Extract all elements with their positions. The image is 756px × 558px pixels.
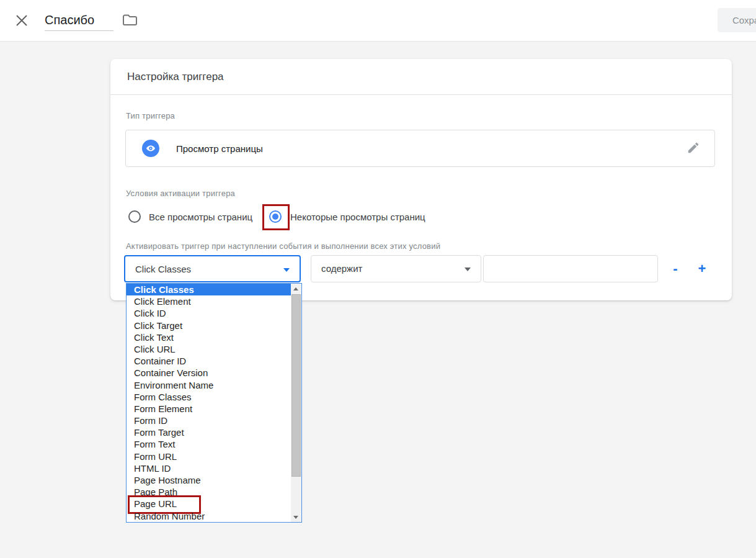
card-header: Настройка триггера [110, 59, 732, 95]
trigger-type-row[interactable]: Просмотр страницы [125, 130, 715, 167]
card-title: Настройка триггера [127, 71, 224, 83]
dropdown-option[interactable]: Environment Name [127, 379, 291, 391]
dropdown-scrollbar[interactable] [291, 284, 301, 522]
save-button[interactable]: Сохранить [718, 8, 756, 32]
dropdown-option[interactable]: Container ID [127, 355, 291, 367]
dropdown-option[interactable]: Form Element [127, 403, 291, 415]
dropdown-option[interactable]: Form URL [127, 451, 291, 462]
dropdown-option[interactable]: HTML ID [127, 462, 291, 474]
trigger-type-label: Тип триггера [126, 111, 175, 120]
add-condition-button[interactable]: + [691, 255, 713, 282]
operator-select-value: содержит [321, 263, 362, 274]
dropdown-option[interactable]: Click Classes [127, 284, 291, 295]
folder-button[interactable] [122, 13, 138, 28]
scroll-up-icon[interactable] [291, 284, 301, 294]
pageview-filter-options: Все просмотры страниц Некоторые просмотр… [110, 203, 732, 230]
dropdown-option[interactable]: Click Target [127, 320, 291, 331]
trigger-name-input[interactable]: Спасибо [45, 9, 113, 31]
chevron-down-icon [283, 268, 290, 272]
variable-select-value: Click Classes [135, 264, 191, 274]
dropdown-option[interactable]: Page Path [127, 486, 291, 498]
dropdown-option[interactable]: Click URL [127, 343, 291, 355]
condition-value-input[interactable] [483, 255, 658, 282]
dropdown-option[interactable]: Page Hostname [127, 474, 291, 486]
dropdown-option[interactable]: Form Text [127, 438, 291, 450]
dropdown-option[interactable]: Click ID [127, 307, 291, 319]
remove-condition-button[interactable]: - [665, 255, 686, 282]
variable-dropdown-options: Click ClassesClick ElementClick IDClick … [127, 284, 291, 522]
radio-some-pageviews[interactable] [269, 210, 282, 223]
variable-select[interactable]: Click Classes [124, 255, 301, 282]
pageview-icon [142, 140, 159, 157]
trigger-type-value: Просмотр страницы [176, 143, 263, 154]
dropdown-option[interactable]: Click Text [127, 331, 291, 343]
conditions-label: Активировать триггер при наступлении соб… [126, 241, 440, 251]
scrollbar-thumb[interactable] [291, 294, 301, 477]
variable-dropdown-list: Click ClassesClick ElementClick IDClick … [126, 283, 302, 523]
gtm-trigger-editor: Спасибо Сохранить Настройка триггера Тип… [0, 0, 756, 558]
dropdown-option[interactable]: Form Classes [127, 391, 291, 403]
dropdown-option[interactable]: Form ID [127, 415, 291, 426]
edit-button[interactable] [686, 141, 701, 156]
close-icon [14, 21, 30, 30]
operator-select[interactable]: содержит [311, 255, 481, 282]
folder-icon [122, 19, 138, 29]
radio-all-pageviews[interactable] [128, 210, 141, 223]
scroll-down-icon[interactable] [291, 512, 301, 522]
dropdown-option[interactable]: Click Element [127, 295, 291, 307]
radio-all-pageviews-label: Все просмотры страниц [149, 212, 252, 222]
close-button[interactable] [14, 12, 30, 29]
chevron-down-icon [465, 268, 471, 271]
dropdown-option[interactable]: Page URL [127, 498, 291, 510]
dropdown-option[interactable]: Container Version [127, 367, 291, 379]
trigger-config-card: Настройка триггера Тип триггера Просмотр… [110, 59, 732, 300]
pencil-icon [687, 147, 700, 156]
top-bar: Спасибо Сохранить [0, 0, 756, 42]
dropdown-option[interactable]: Form Target [127, 426, 291, 438]
condition-row: Click Classes содержит - + [110, 255, 732, 283]
radio-some-pageviews-label: Некоторые просмотры страниц [290, 212, 425, 222]
activation-label: Условия активации триггера [126, 189, 235, 198]
annotation-red-box [262, 204, 290, 230]
dropdown-option[interactable]: Random Number [127, 510, 291, 522]
